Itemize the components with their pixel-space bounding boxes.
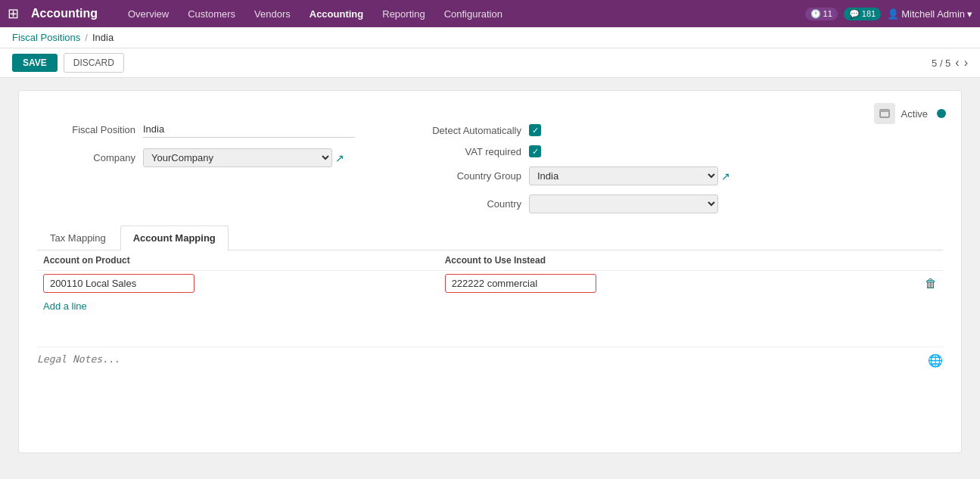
- messages-icon: 💬: [849, 9, 860, 19]
- legal-notes-area: 🌐: [37, 347, 943, 376]
- nav-configuration[interactable]: Configuration: [437, 5, 510, 23]
- company-external-link-icon[interactable]: ↗: [335, 152, 344, 164]
- country-select[interactable]: [529, 194, 718, 213]
- country-group-select[interactable]: India: [529, 166, 718, 185]
- pagination-text: 5 / 5: [932, 58, 950, 69]
- country-group-ext-icon[interactable]: ↗: [721, 170, 730, 182]
- fiscal-position-label: Fiscal Position: [37, 124, 135, 135]
- save-button[interactable]: SAVE: [12, 54, 58, 72]
- discard-button[interactable]: DISCARD: [64, 53, 124, 73]
- nav-right: 🕐 11 💬 181 👤 Mitchell Admin ▾: [805, 8, 972, 20]
- next-button[interactable]: ›: [964, 56, 968, 70]
- tabs: Tax Mapping Account Mapping: [37, 226, 943, 250]
- nav-accounting[interactable]: Accounting: [302, 5, 372, 23]
- svg-rect-1: [880, 110, 889, 112]
- account-to-use-value[interactable]: 222222 commercial: [445, 274, 596, 293]
- legal-notes-textarea[interactable]: [37, 353, 898, 376]
- activity-icon: 🕐: [810, 9, 821, 19]
- col-actions-header: [852, 255, 943, 266]
- account-to-use-cell: 222222 commercial: [445, 274, 853, 293]
- user-name: Mitchell Admin: [901, 8, 965, 20]
- company-label: Company: [37, 152, 135, 163]
- nav-reporting[interactable]: Reporting: [375, 5, 432, 23]
- breadcrumb: Fiscal Positions / India: [0, 27, 980, 48]
- account-on-product-value[interactable]: 200110 Local Sales: [43, 274, 194, 293]
- activity-count: 11: [823, 9, 832, 18]
- col-account-on-product-header: Account on Product: [37, 255, 445, 266]
- delete-row-button[interactable]: 🗑: [925, 277, 937, 291]
- active-dot: [937, 109, 946, 118]
- activity-badge[interactable]: 🕐 11: [805, 8, 838, 20]
- account-on-product-cell: 200110 Local Sales: [37, 274, 445, 293]
- user-menu[interactable]: 👤 Mitchell Admin ▾: [887, 8, 972, 20]
- account-mapping-table: Account on Product Account to Use Instea…: [37, 250, 943, 316]
- vat-required-checkbox[interactable]: ✓: [529, 145, 541, 157]
- translate-icon[interactable]: 🌐: [928, 353, 943, 368]
- form-right-col: Detect Automatically ✓ VAT required ✓ Co…: [400, 124, 730, 213]
- nav-vendors[interactable]: Vendors: [247, 5, 298, 23]
- breadcrumb-parent[interactable]: Fiscal Positions: [12, 32, 80, 43]
- detect-auto-checkbox[interactable]: ✓: [529, 124, 541, 136]
- breadcrumb-current: India: [92, 32, 114, 43]
- main-content: Active Fiscal Position Company YourCom: [0, 78, 980, 465]
- country-label: Country: [400, 198, 521, 210]
- country-group-field: India ↗: [529, 166, 730, 185]
- tab-account-mapping[interactable]: Account Mapping: [120, 226, 229, 250]
- vat-required-label: VAT required: [400, 146, 521, 157]
- action-bar: SAVE DISCARD 5 / 5 ‹ ›: [0, 48, 980, 78]
- mapping-header: Account on Product Account to Use Instea…: [37, 250, 943, 271]
- form-left-col: Fiscal Position Company YourCompany ↗: [37, 121, 355, 213]
- tab-tax-mapping[interactable]: Tax Mapping: [37, 226, 119, 250]
- nav-customers[interactable]: Customers: [180, 5, 243, 23]
- row-actions-cell: 🗑: [852, 277, 943, 291]
- action-bar-left: SAVE DISCARD: [12, 53, 124, 73]
- active-toggle: Active: [874, 103, 946, 124]
- nav-overview[interactable]: Overview: [120, 5, 176, 23]
- active-icon: [874, 103, 895, 124]
- messages-count: 181: [862, 9, 876, 18]
- breadcrumb-separator: /: [85, 32, 88, 43]
- add-line-button[interactable]: Add a line: [37, 296, 93, 316]
- detect-auto-label: Detect Automatically: [400, 125, 521, 136]
- company-field: YourCompany ↗: [143, 148, 344, 167]
- user-chevron-icon: ▾: [967, 8, 972, 20]
- country-group-label: Country Group: [400, 170, 521, 182]
- app-grid-icon[interactable]: ⊞: [8, 5, 19, 22]
- pagination: 5 / 5 ‹ ›: [932, 56, 968, 70]
- app-name: Accounting: [31, 7, 98, 20]
- col-account-to-use-header: Account to Use Instead: [445, 255, 853, 266]
- user-icon: 👤: [887, 8, 899, 20]
- form-card: Active Fiscal Position Company YourCom: [18, 90, 962, 453]
- company-select[interactable]: YourCompany: [143, 148, 332, 167]
- navbar: ⊞ Accounting Overview Customers Vendors …: [0, 0, 980, 27]
- messages-badge[interactable]: 💬 181: [844, 8, 881, 20]
- prev-button[interactable]: ‹: [955, 56, 959, 70]
- fiscal-position-input[interactable]: [143, 121, 355, 138]
- add-line-row: Add a line: [37, 296, 943, 316]
- table-row: 200110 Local Sales 222222 commercial 🗑: [37, 271, 943, 296]
- nav-items: Overview Customers Vendors Accounting Re…: [120, 5, 798, 23]
- active-label: Active: [901, 108, 928, 120]
- form-fields: Fiscal Position Company YourCompany ↗: [37, 121, 943, 213]
